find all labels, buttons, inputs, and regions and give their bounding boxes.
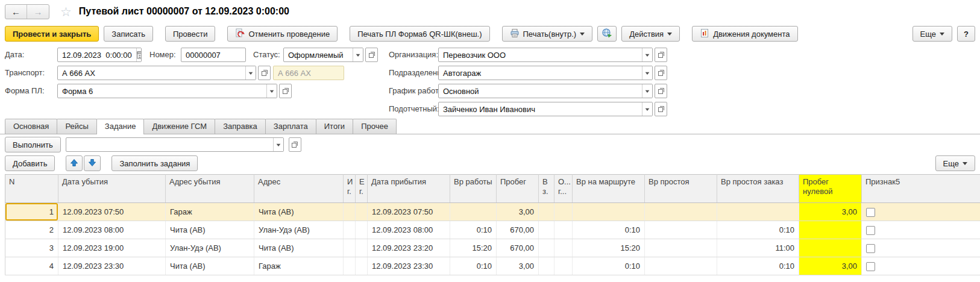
cell-vz[interactable] — [539, 257, 554, 275]
add-row-button[interactable]: Добавить — [5, 155, 55, 171]
chevron-down-icon[interactable] — [642, 66, 652, 80]
tab-reisy[interactable]: Рейсы — [57, 119, 96, 134]
department-field[interactable]: Автогараж — [438, 66, 653, 80]
status-open-button[interactable] — [365, 48, 378, 62]
cell-zero-mileage[interactable] — [799, 239, 862, 257]
cell-dep-addr[interactable]: Чита (АВ) — [166, 221, 254, 239]
table-more-button[interactable]: Еще — [935, 155, 975, 171]
chevron-down-icon[interactable] — [266, 84, 277, 98]
cell-eg[interactable] — [356, 239, 368, 257]
cell-route-time[interactable]: 0:10 — [573, 221, 645, 239]
date-field[interactable]: 12.09.2023 0:00:00 — [57, 48, 142, 62]
task-combo-field[interactable] — [66, 137, 284, 152]
tab-zarplata[interactable]: Зарплата — [265, 119, 316, 134]
cell-addr[interactable]: Чита (АВ) — [254, 239, 344, 257]
cell-arr-date[interactable]: 12.09.2023 23:20 — [368, 239, 450, 257]
form-pl-open-button[interactable] — [279, 84, 292, 98]
forward-button[interactable]: → — [27, 5, 49, 19]
cell-idle-time[interactable] — [645, 221, 717, 239]
status-field[interactable]: Оформляемый — [283, 48, 363, 62]
cell-work-time[interactable]: 0:10 — [450, 221, 497, 239]
help-button[interactable]: ? — [957, 26, 975, 42]
cell-idle-order-time[interactable]: 11:00 — [717, 239, 799, 257]
cell-zero-mileage[interactable] — [799, 221, 862, 239]
cell-ig[interactable] — [344, 221, 356, 239]
write-button[interactable]: Записать — [104, 26, 153, 42]
cell-addr[interactable]: Гараж — [254, 257, 344, 275]
flag-checkbox[interactable] — [866, 226, 875, 235]
cell-og[interactable] — [554, 239, 573, 257]
cancel-post-button[interactable]: Отменить проведение — [227, 26, 338, 42]
transport-open-button[interactable] — [258, 66, 271, 80]
cell-n[interactable]: 2 — [5, 221, 58, 239]
cell-og[interactable] — [554, 257, 573, 275]
tab-osnovnaya[interactable]: Основная — [5, 119, 57, 134]
cell-zero-mileage[interactable]: 3,00 — [799, 257, 862, 275]
cell-vz[interactable] — [539, 239, 554, 257]
print-internal-button[interactable]: Печать(внутр.) — [502, 26, 593, 42]
cell-arr-date[interactable]: 12.09.2023 07:50 — [368, 203, 450, 221]
cell-work-time[interactable]: 15:20 — [450, 239, 497, 257]
number-field[interactable]: 00000007 — [181, 48, 246, 62]
organization-field[interactable]: Перевозчик ООО — [438, 48, 653, 62]
cell-eg[interactable] — [356, 221, 368, 239]
back-button[interactable]: ← — [5, 5, 27, 19]
cell-zero-mileage[interactable]: 3,00 — [799, 203, 862, 221]
web-link-button[interactable] — [597, 26, 617, 42]
task-combo-open-button[interactable] — [289, 137, 301, 152]
actions-button[interactable]: Действия — [621, 26, 680, 42]
flag-checkbox[interactable] — [866, 244, 875, 253]
cell-work-time[interactable]: 0:10 — [450, 257, 497, 275]
chevron-down-icon[interactable] — [273, 138, 283, 151]
flag-checkbox[interactable] — [866, 208, 875, 217]
cell-idle-order-time[interactable]: 0:10 — [717, 257, 799, 275]
schedule-field[interactable]: Основной — [438, 84, 653, 98]
schedule-open-button[interactable] — [655, 84, 667, 98]
accountable-field[interactable]: Зайченко Иван Иванович — [438, 102, 653, 116]
cell-mileage[interactable]: 670,00 — [497, 221, 539, 239]
accountable-open-button[interactable] — [655, 102, 667, 116]
cell-addr[interactable]: Улан-Удэ (АВ) — [254, 221, 344, 239]
tab-prochee[interactable]: Прочее — [353, 119, 397, 134]
cell-ig[interactable] — [344, 239, 356, 257]
document-movements-button[interactable]: Движения документа — [692, 26, 797, 42]
department-open-button[interactable] — [655, 66, 667, 80]
move-down-button[interactable] — [84, 155, 101, 171]
flag-checkbox[interactable] — [866, 262, 875, 271]
cell-dep-addr[interactable]: Улан-Удэ (АВ) — [166, 239, 254, 257]
favorite-star-icon[interactable]: ☆ — [60, 5, 72, 18]
cell-eg[interactable] — [356, 203, 368, 221]
cell-idle-time[interactable] — [645, 203, 717, 221]
cell-dep-date[interactable]: 12.09.2023 08:00 — [58, 221, 166, 239]
cell-addr[interactable]: Чита (АВ) — [254, 203, 344, 221]
cell-ig[interactable] — [344, 257, 356, 275]
cell-arr-date[interactable]: 12.09.2023 08:00 — [368, 221, 450, 239]
cell-vz[interactable] — [539, 221, 554, 239]
cell-dep-date[interactable]: 12.09.2023 23:30 — [58, 257, 166, 275]
cell-mileage[interactable]: 3,00 — [497, 257, 539, 275]
cell-og[interactable] — [554, 203, 573, 221]
cell-work-time[interactable] — [450, 203, 497, 221]
fill-tasks-button[interactable]: Заполнить задания — [112, 155, 198, 171]
cell-n[interactable]: 4 — [5, 257, 58, 275]
transport-field[interactable]: А 666 АХ — [57, 66, 256, 80]
cell-ig[interactable] — [344, 203, 356, 221]
cell-route-time[interactable] — [573, 203, 645, 221]
chevron-down-icon[interactable] — [642, 102, 652, 116]
chevron-down-icon[interactable] — [642, 84, 652, 98]
organization-open-button[interactable] — [655, 48, 667, 62]
cell-n[interactable]: 3 — [5, 239, 58, 257]
cell-vz[interactable] — [539, 203, 554, 221]
post-and-close-button[interactable]: Провести и закрыть — [5, 26, 99, 42]
tab-zapravka[interactable]: Заправка — [215, 119, 266, 134]
cell-og[interactable] — [554, 221, 573, 239]
tab-zadanie[interactable]: Задание — [96, 119, 145, 134]
cell-idle-time[interactable] — [645, 257, 717, 275]
tab-itogi[interactable]: Итоги — [316, 119, 353, 134]
cell-idle-order-time[interactable] — [717, 203, 799, 221]
chevron-down-icon[interactable] — [245, 66, 256, 80]
cell-idle-order-time[interactable]: 0:10 — [717, 221, 799, 239]
cell-mileage[interactable]: 3,00 — [497, 203, 539, 221]
toolbar-more-button[interactable]: Еще — [912, 26, 952, 42]
cell-route-time[interactable]: 15:20 — [573, 239, 645, 257]
